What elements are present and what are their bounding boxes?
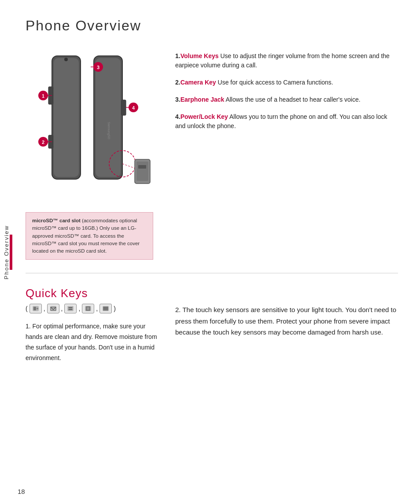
feature-num-2: 2. — [175, 79, 181, 86]
phone-images: SamsungSD 1 2 3 — [26, 47, 158, 206]
svg-text:4: 4 — [132, 105, 135, 110]
vertical-tab-bar — [10, 235, 12, 270]
main-content: Phone Overview — [12, 0, 420, 504]
comma-4: , — [96, 305, 98, 312]
bottom-section: Quick Keys ( , , , — [26, 287, 398, 366]
microsd-note: microSD™ card slot (accommodates optiona… — [26, 212, 153, 260]
svg-rect-42 — [103, 307, 108, 308]
quick-keys-item1: 1. For optimal performance, make sure yo… — [26, 321, 162, 363]
quick-keys-item2-area: 2. The touch key sensors are sensitive t… — [175, 287, 398, 366]
feature-key-4: Power/Lock Key — [181, 113, 228, 120]
phone-diagram-svg: SamsungSD 1 2 3 — [26, 47, 158, 206]
page-title: Phone Overview — [26, 18, 398, 34]
quick-keys-icons-row: ( , , , , — [26, 304, 162, 313]
top-section: SamsungSD 1 2 3 — [26, 47, 398, 260]
microsd-text: (accommodates optional microSD™ card up … — [32, 218, 140, 254]
svg-point-37 — [71, 309, 73, 310]
svg-point-35 — [69, 309, 70, 310]
qk-icon-2 — [47, 304, 59, 313]
svg-rect-31 — [67, 306, 74, 311]
feature-num-3: 3. — [175, 96, 181, 103]
svg-rect-6 — [96, 58, 121, 177]
feature-item-1: 1.Volume Keys Use to adjust the ringer v… — [175, 52, 398, 70]
feature-num-1: 1. — [175, 52, 181, 59]
qk-icon-3 — [64, 304, 77, 313]
svg-rect-27 — [33, 307, 36, 310]
features-list: 1.Volume Keys Use to adjust the ringer v… — [175, 47, 398, 260]
quick-keys-item2: 2. The touch key sensors are sensitive t… — [175, 304, 398, 338]
svg-text:3: 3 — [97, 65, 99, 70]
svg-text:1: 1 — [42, 93, 44, 99]
feature-key-3: Earphone Jack — [181, 96, 225, 103]
qk-icon-4 — [82, 304, 94, 313]
svg-point-34 — [71, 307, 73, 309]
svg-text:2: 2 — [42, 140, 44, 145]
comma-3: , — [78, 305, 80, 312]
vertical-tab-label: Phone Overview — [3, 225, 10, 279]
svg-rect-44 — [103, 309, 108, 310]
feature-key-1: Volume Keys — [181, 52, 219, 59]
svg-line-25 — [122, 164, 135, 168]
svg-text:SamsungSD: SamsungSD — [107, 122, 111, 139]
feature-desc-2: Use for quick access to Camera functions… — [216, 79, 333, 86]
svg-point-4 — [64, 58, 68, 61]
svg-rect-40 — [87, 307, 89, 310]
comma-2: , — [61, 305, 63, 312]
svg-point-32 — [69, 307, 70, 309]
section-divider — [26, 273, 398, 273]
feature-key-2: Camera Key — [181, 79, 216, 86]
vertical-tab: Phone Overview — [0, 0, 12, 504]
paren-close: ) — [114, 305, 116, 312]
svg-rect-1 — [54, 58, 79, 177]
feature-num-4: 4. — [175, 113, 181, 120]
quick-keys-title: Quick Keys — [26, 287, 162, 300]
page-number: 18 — [18, 475, 25, 495]
feature-item-3: 3.Earphone Jack Allows the use of a head… — [175, 95, 398, 104]
svg-rect-43 — [103, 308, 108, 309]
qk-icon-1 — [29, 304, 42, 313]
quick-keys-area: Quick Keys ( , , , — [26, 287, 162, 366]
svg-rect-23 — [136, 162, 148, 181]
microsd-bold: microSD™ card slot — [32, 218, 81, 223]
svg-rect-24 — [138, 165, 146, 169]
phone-area: SamsungSD 1 2 3 — [26, 47, 162, 260]
feature-item-2: 2.Camera Key Use for quick access to Cam… — [175, 78, 398, 87]
feature-desc-3: Allows the use of a headset to hear call… — [224, 96, 360, 103]
paren-open: ( — [26, 305, 28, 312]
svg-point-33 — [70, 307, 71, 309]
svg-rect-7 — [122, 100, 126, 115]
comma-1: , — [44, 305, 45, 312]
svg-point-36 — [70, 309, 71, 310]
feature-item-4: 4.Power/Lock Key Allows you to turn the … — [175, 112, 398, 131]
svg-rect-28 — [37, 308, 38, 309]
qk-icon-5 — [99, 304, 112, 313]
